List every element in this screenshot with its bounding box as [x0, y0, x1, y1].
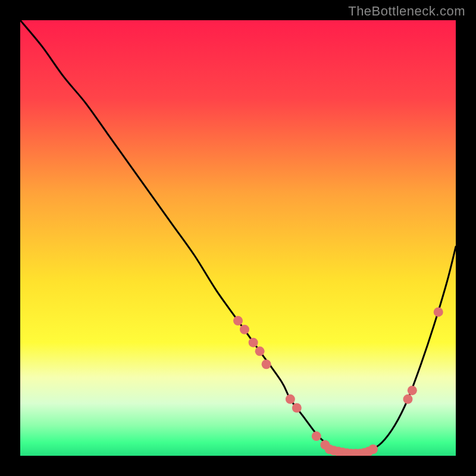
bottleneck-curve: [20, 20, 456, 456]
data-point: [249, 338, 258, 347]
data-point: [286, 394, 295, 404]
data-point: [312, 431, 321, 441]
data-point: [240, 325, 249, 334]
data-point: [255, 346, 265, 356]
data-point: [292, 403, 302, 412]
data-point: [408, 386, 417, 395]
data-point: [262, 359, 271, 369]
data-point: [233, 316, 243, 325]
watermark-text: TheBottleneck.com: [348, 4, 465, 19]
data-point: [403, 394, 412, 404]
data-point: [434, 307, 443, 317]
chart-plot-area: [20, 20, 456, 456]
data-point: [368, 444, 378, 454]
